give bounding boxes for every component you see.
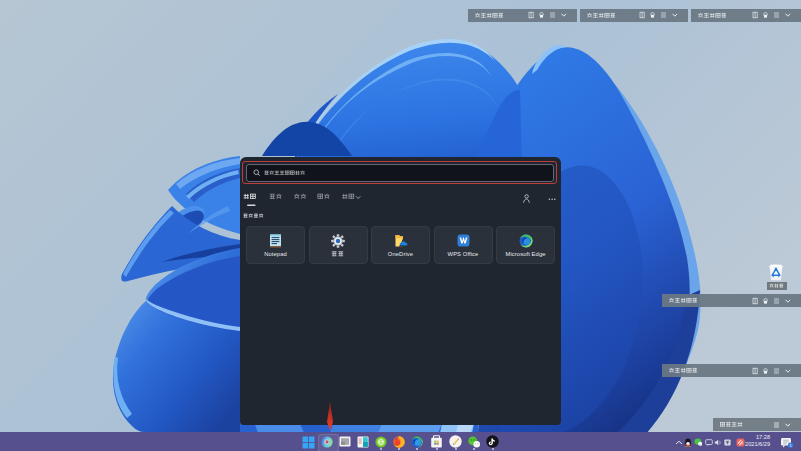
svg-text:1: 1 bbox=[790, 443, 792, 447]
